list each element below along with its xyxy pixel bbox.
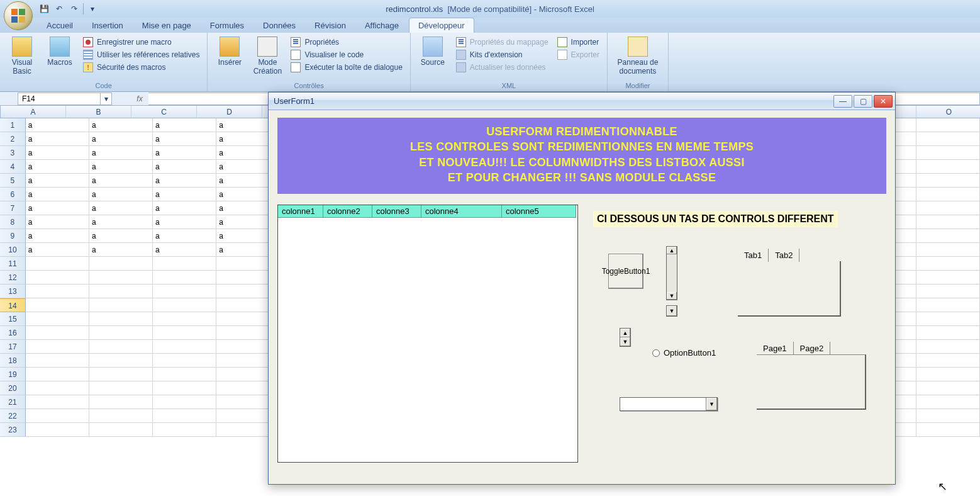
cell[interactable] (153, 257, 216, 271)
row-header[interactable]: 6 (0, 188, 26, 201)
toggle-button[interactable]: ToggleButton1 (608, 254, 643, 289)
cell[interactable]: a (89, 215, 153, 229)
userform-titlebar[interactable]: UserForm1 — ▢ ✕ (269, 93, 895, 110)
macros-button[interactable]: Macros (43, 35, 77, 81)
multipage[interactable]: Page1Page2 (757, 342, 866, 417)
row-header[interactable]: 9 (0, 229, 26, 243)
listbox[interactable]: colonne1colonne2colonne3colonne4colonne5 (277, 205, 578, 463)
spin-button[interactable]: ▲ ▼ (620, 328, 631, 347)
import-button[interactable]: Importer (555, 37, 602, 48)
column-header[interactable]: B (66, 106, 131, 118)
cell[interactable] (916, 354, 980, 368)
view-code-button[interactable]: Visualiser le code (288, 49, 404, 60)
insert-control-button[interactable]: Insérer (213, 35, 247, 81)
row-header[interactable]: 17 (0, 340, 26, 354)
cell[interactable]: a (89, 188, 153, 201)
cell[interactable] (89, 381, 153, 395)
tabstrip-tab[interactable]: Tab1 (738, 249, 769, 262)
cell[interactable] (89, 395, 153, 409)
row-header[interactable]: 19 (0, 368, 26, 381)
tab-affichage[interactable]: Affichage (356, 18, 408, 33)
column-header[interactable]: C (131, 106, 197, 118)
cell[interactable] (916, 201, 980, 215)
cell[interactable] (89, 285, 153, 298)
cell[interactable]: a (153, 132, 216, 146)
tab-formules[interactable]: Formules (201, 18, 253, 33)
option-button[interactable]: OptionButton1 (652, 348, 716, 358)
row-header[interactable]: 10 (0, 243, 26, 257)
tab-développeur[interactable]: Développeur (409, 18, 474, 33)
doc-panel-button[interactable]: Panneau de documents (613, 35, 663, 81)
cell[interactable] (89, 312, 153, 326)
cell[interactable] (916, 285, 980, 298)
cell[interactable] (89, 257, 153, 271)
tabstrip[interactable]: Tab1Tab2 (738, 249, 841, 320)
cell[interactable]: a (26, 215, 89, 229)
cell[interactable]: a (89, 201, 153, 215)
cell[interactable]: a (89, 160, 153, 174)
cell[interactable] (89, 326, 153, 340)
design-mode-button[interactable]: Mode Création (250, 35, 284, 81)
cell[interactable] (26, 298, 89, 312)
row-header[interactable]: 16 (0, 326, 26, 340)
listbox-column-header[interactable]: colonne2 (323, 205, 372, 218)
row-header[interactable]: 1 (0, 118, 26, 132)
cell[interactable] (153, 423, 216, 437)
row-header[interactable]: 20 (0, 381, 26, 395)
row-header[interactable]: 14 (0, 298, 26, 312)
cell[interactable] (153, 409, 216, 423)
listbox-column-header[interactable]: colonne4 (421, 205, 502, 218)
tab-accueil[interactable]: Accueil (38, 18, 82, 33)
scroll-up-icon[interactable]: ▲ (667, 247, 677, 254)
maximize-button[interactable]: ▢ (854, 95, 872, 108)
cell[interactable]: a (26, 146, 89, 160)
cell[interactable] (916, 395, 980, 409)
cell[interactable] (916, 188, 980, 201)
cell[interactable] (916, 146, 980, 160)
cell[interactable] (26, 326, 89, 340)
cell[interactable] (153, 368, 216, 381)
multipage-tab[interactable]: Page1 (757, 342, 794, 355)
row-header[interactable]: 3 (0, 146, 26, 160)
cell[interactable] (153, 354, 216, 368)
row-header[interactable]: 5 (0, 174, 26, 188)
column-header[interactable]: O (916, 106, 980, 118)
save-icon[interactable]: 💾 (38, 3, 50, 15)
cell[interactable] (153, 285, 216, 298)
cell[interactable] (26, 285, 89, 298)
row-header[interactable]: 21 (0, 395, 26, 409)
cell[interactable] (916, 340, 980, 354)
cell[interactable] (89, 271, 153, 285)
cell[interactable]: a (89, 229, 153, 243)
tab-données[interactable]: Données (254, 18, 304, 33)
cell[interactable] (26, 381, 89, 395)
cell[interactable] (26, 395, 89, 409)
cell[interactable]: a (26, 160, 89, 174)
cell[interactable] (916, 243, 980, 257)
row-header[interactable]: 11 (0, 257, 26, 271)
cell[interactable] (89, 368, 153, 381)
name-box-dropdown-icon[interactable]: ▾ (100, 93, 111, 104)
record-macro-button[interactable]: Enregistrer une macro (81, 37, 202, 48)
redo-icon[interactable]: ↷ (68, 3, 81, 15)
cell[interactable] (26, 257, 89, 271)
cell[interactable] (153, 395, 216, 409)
tab-insertion[interactable]: Insertion (83, 18, 132, 33)
source-button[interactable]: Source (416, 35, 450, 81)
row-header[interactable]: 12 (0, 271, 26, 285)
cell[interactable] (89, 423, 153, 437)
cell[interactable] (916, 381, 980, 395)
cell[interactable]: a (26, 188, 89, 201)
row-header[interactable]: 23 (0, 423, 26, 437)
cell[interactable] (89, 409, 153, 423)
cell[interactable] (26, 271, 89, 285)
cell[interactable]: a (153, 229, 216, 243)
cell[interactable]: a (26, 201, 89, 215)
cell[interactable] (916, 229, 980, 243)
scrollbar-vertical[interactable]: ▲ ▼ (666, 246, 677, 300)
cell[interactable] (916, 118, 980, 132)
listbox-column-header[interactable]: colonne3 (372, 205, 421, 218)
row-header[interactable]: 7 (0, 201, 26, 215)
row-header[interactable]: 8 (0, 215, 26, 229)
cell[interactable]: a (26, 243, 89, 257)
